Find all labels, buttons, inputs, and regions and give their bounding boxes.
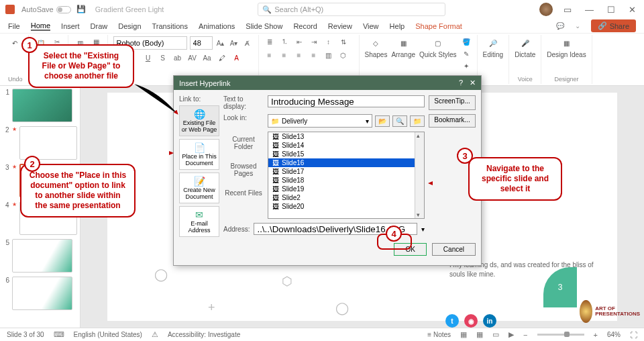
menu-home[interactable]: Home <box>31 21 50 31</box>
char-spacing-icon[interactable]: AV <box>187 52 198 63</box>
thumbnail[interactable]: 5 <box>3 239 77 273</box>
dictate-button[interactable]: 🎤Dictate <box>515 36 535 58</box>
text-to-display-input[interactable] <box>268 95 425 107</box>
underline-button[interactable]: U <box>143 52 154 63</box>
cancel-button[interactable]: Cancel <box>432 243 476 256</box>
menu-transitions[interactable]: Transitions <box>152 22 188 30</box>
file-item[interactable]: 🖼Slide16 <box>268 158 424 167</box>
nav-browsed-pages[interactable]: Browsed Pages <box>223 162 264 177</box>
screentip-button[interactable]: ScreenTip... <box>429 95 476 110</box>
bookmark-button[interactable]: Bookmark... <box>429 114 476 128</box>
menu-file[interactable]: File <box>8 22 20 30</box>
increase-font-icon[interactable]: A▴ <box>215 38 226 48</box>
arrange-button[interactable]: ▦Arrange <box>391 36 415 58</box>
notes-button[interactable]: ≡ Notes <box>427 331 451 338</box>
file-item[interactable]: 🖼Slide20 <box>268 202 424 211</box>
strike-button[interactable]: S <box>158 52 168 63</box>
numbering-icon[interactable]: ⒈ <box>279 36 290 47</box>
indent-inc-icon[interactable]: ⇥ <box>309 36 319 47</box>
sorter-view-icon[interactable]: ▦ <box>476 330 483 339</box>
up-folder-icon[interactable]: 📂 <box>375 115 390 127</box>
fit-window-icon[interactable]: ⛶ <box>630 331 637 339</box>
zoom-slider[interactable] <box>537 334 584 336</box>
search-input[interactable]: 🔍 Search (Alt+Q) <box>258 3 445 16</box>
shape-effects-icon[interactable]: ✦ <box>461 60 472 71</box>
instagram-icon[interactable]: ◉ <box>464 314 478 328</box>
file-item[interactable]: 🖼Slide13 <box>268 132 424 141</box>
close-icon[interactable]: ✕ <box>626 5 639 15</box>
file-item[interactable]: 🖼Slide2 <box>268 193 424 202</box>
normal-view-icon[interactable]: ▦ <box>460 330 467 339</box>
undo-button[interactable]: ↶ <box>8 36 21 50</box>
address-dropdown-icon[interactable]: ▾ <box>421 226 425 233</box>
save-icon[interactable]: 💾 <box>76 5 86 14</box>
shape-fill-icon[interactable]: 🪣 <box>461 36 472 47</box>
indent-dec-icon[interactable]: ⇤ <box>294 36 305 47</box>
help-icon[interactable]: ? <box>459 79 463 87</box>
thumbnail[interactable]: 6 <box>3 277 77 310</box>
switch-icon[interactable] <box>56 6 71 13</box>
change-case-icon[interactable]: Aa <box>202 52 213 63</box>
linkedin-icon[interactable]: in <box>483 314 496 328</box>
shapes-button[interactable]: ◇Shapes <box>365 36 388 58</box>
clear-format-icon[interactable]: A̸ <box>242 38 253 48</box>
menu-design[interactable]: Design <box>118 22 141 30</box>
file-item[interactable]: 🖼Slide17 <box>268 167 424 176</box>
ribbon-display-icon[interactable]: ▭ <box>561 5 574 15</box>
zoom-in-icon[interactable]: + <box>594 331 598 339</box>
thumbnail[interactable]: 1 <box>3 89 77 122</box>
zoom-level[interactable]: 64% <box>607 331 621 338</box>
comments-icon[interactable]: 💬 <box>556 22 564 30</box>
autosave-toggle[interactable]: AutoSave <box>21 5 71 13</box>
menu-review[interactable]: Review <box>328 22 352 30</box>
align-center-icon[interactable]: ≡ <box>279 50 290 60</box>
bullets-icon[interactable]: ≣ <box>264 36 275 47</box>
browse-file-icon[interactable]: 📁 <box>410 115 425 127</box>
twitter-icon[interactable]: t <box>445 314 459 328</box>
menu-slideshow[interactable]: Slide Show <box>246 22 282 30</box>
link-existing-file[interactable]: 🌐Existing File or Web Page <box>179 105 219 136</box>
shape-outline-icon[interactable]: ✎ <box>461 48 472 59</box>
menu-shape-format[interactable]: Shape Format <box>415 22 462 30</box>
link-email[interactable]: ✉E-mail Address <box>179 206 219 237</box>
menu-help[interactable]: Help <box>390 22 405 30</box>
text-direction-icon[interactable]: ⇅ <box>338 36 349 47</box>
shadow-button[interactable]: ab <box>172 52 183 63</box>
collapse-ribbon-icon[interactable]: ⌄ <box>575 22 580 30</box>
design-ideas-button[interactable]: ▦Design Ideas <box>547 36 586 58</box>
share-button[interactable]: 🔗 Share <box>591 19 636 32</box>
maximize-icon[interactable]: ☐ <box>604 5 618 15</box>
link-create-new[interactable]: 📝Create New Document <box>179 173 219 203</box>
quick-styles-button[interactable]: ▢Quick Styles <box>419 36 457 58</box>
menu-view[interactable]: View <box>363 22 379 30</box>
file-item[interactable]: 🖼Slide15 <box>268 150 424 158</box>
nav-current-folder[interactable]: Current Folder <box>223 136 264 150</box>
file-item[interactable]: 🖼Slide19 <box>268 185 424 193</box>
accessibility-status[interactable]: Accessibility: Investigate <box>168 331 240 338</box>
look-in-select[interactable]: 📁Deliverly▾ <box>268 114 372 128</box>
file-list[interactable]: 🖼Slide13🖼Slide14🖼Slide15🖼Slide16🖼Slide17… <box>268 132 425 219</box>
font-size-select[interactable] <box>190 36 213 50</box>
link-place-in-doc[interactable]: 📄Place in This Document <box>179 139 219 170</box>
highlight-icon[interactable]: 🖍 <box>217 52 227 63</box>
nav-recent-files[interactable]: Recent Files <box>223 189 264 197</box>
align-left-icon[interactable]: ≡ <box>264 50 275 60</box>
decrease-font-icon[interactable]: A▾ <box>229 38 239 48</box>
file-item[interactable]: 🖼Slide18 <box>268 176 424 185</box>
dialog-titlebar[interactable]: Insert Hyperlink ?✕ <box>174 76 481 90</box>
menu-record[interactable]: Record <box>293 22 317 30</box>
reading-view-icon[interactable]: ▭ <box>492 330 499 339</box>
align-right-icon[interactable]: ≡ <box>294 50 305 60</box>
dialog-close-icon[interactable]: ✕ <box>470 79 476 87</box>
language-status[interactable]: English (United States) <box>74 331 142 338</box>
thumbnail[interactable]: 2★ <box>3 126 77 160</box>
justify-icon[interactable]: ≡ <box>309 50 319 60</box>
menu-draw[interactable]: Draw <box>91 22 108 30</box>
zoom-out-icon[interactable]: − <box>523 331 527 339</box>
file-item[interactable]: 🖼Slide14 <box>268 141 424 150</box>
minimize-icon[interactable]: — <box>582 5 596 15</box>
avatar[interactable] <box>539 3 553 16</box>
menu-insert[interactable]: Insert <box>61 22 80 30</box>
scrollbar[interactable] <box>415 132 424 218</box>
browse-web-icon[interactable]: 🔍 <box>392 115 407 127</box>
